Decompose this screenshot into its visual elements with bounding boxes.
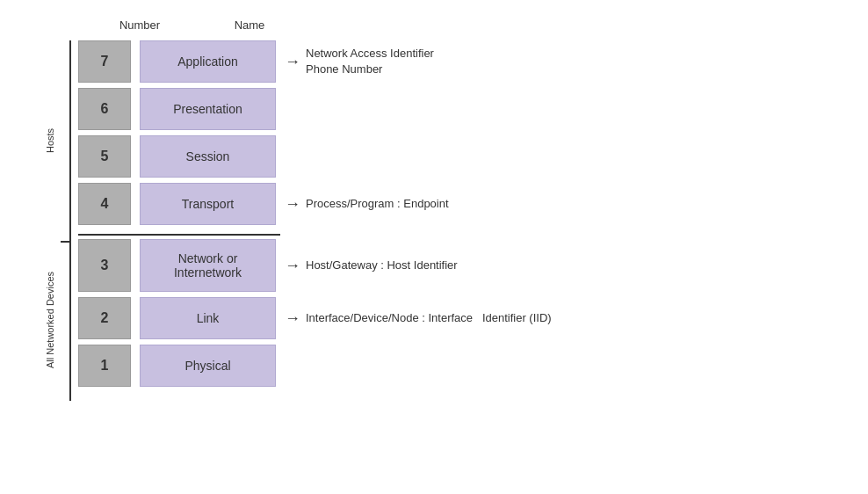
annotation-4: → Process/Program : Endpoint	[285, 195, 449, 214]
osi-diagram: Number Name Hosts All Networked Devices	[39, 18, 829, 476]
annotation-text-2: Interface/Device/Node : Interface Identi…	[306, 310, 552, 326]
layer-row-3: 3 Network or Internetwork → Host/Gateway…	[78, 239, 552, 292]
hosts-layers: 7 Application → Network Access Identifie…	[78, 40, 552, 230]
layer-row-5: 5 Session	[78, 135, 552, 178]
annotation-2: → Interface/Device/Node : Interface Iden…	[285, 309, 552, 328]
layer-number-2: 2	[78, 297, 131, 339]
annotation-3: → Host/Gateway : Host Identifier	[285, 257, 458, 275]
annotation-text-3: Host/Gateway : Host Identifier	[306, 258, 458, 273]
section-divider	[78, 234, 280, 236]
arrow-2: →	[285, 309, 300, 328]
layer-number-3: 3	[78, 239, 131, 292]
layer-name-1: Physical	[140, 345, 276, 387]
layer-name-6: Presentation	[140, 88, 276, 130]
layer-number-1: 1	[78, 345, 131, 387]
arrow-3: →	[285, 257, 300, 275]
layer-number-4: 4	[78, 183, 131, 225]
layer-number-7: 7	[78, 40, 131, 83]
all-devices-layers: 3 Network or Internetwork → Host/Gateway…	[78, 239, 552, 392]
layer-number-5: 5	[78, 135, 131, 178]
annotation-text-4: Process/Program : Endpoint	[306, 196, 449, 212]
layer-name-3: Network or Internetwork	[140, 239, 276, 292]
layer-row-7: 7 Application → Network Access Identifie…	[78, 40, 552, 83]
annotation-text-7: Network Access IdentifierPhone Number	[306, 46, 434, 77]
all-devices-label: All Networked Devices	[41, 250, 59, 390]
number-header: Number	[109, 18, 170, 32]
arrow-7: →	[285, 53, 300, 71]
annotation-7: → Network Access IdentifierPhone Number	[285, 46, 434, 77]
layer-name-2: Link	[140, 297, 276, 339]
layer-row-4: 4 Transport → Process/Program : Endpoint	[78, 183, 552, 225]
arrow-4: →	[285, 195, 300, 214]
layer-row-2: 2 Link → Interface/Device/Node : Interfa…	[78, 297, 552, 339]
layer-row-6: 6 Presentation	[78, 88, 552, 130]
layer-number-6: 6	[78, 88, 131, 130]
hosts-label: Hosts	[41, 70, 59, 211]
layer-row-1: 1 Physical	[78, 345, 552, 387]
name-header: Name	[179, 18, 320, 32]
header-row: Number Name	[109, 18, 829, 32]
layer-name-5: Session	[140, 135, 276, 178]
layer-name-4: Transport	[140, 183, 276, 225]
layer-name-7: Application	[140, 40, 276, 83]
